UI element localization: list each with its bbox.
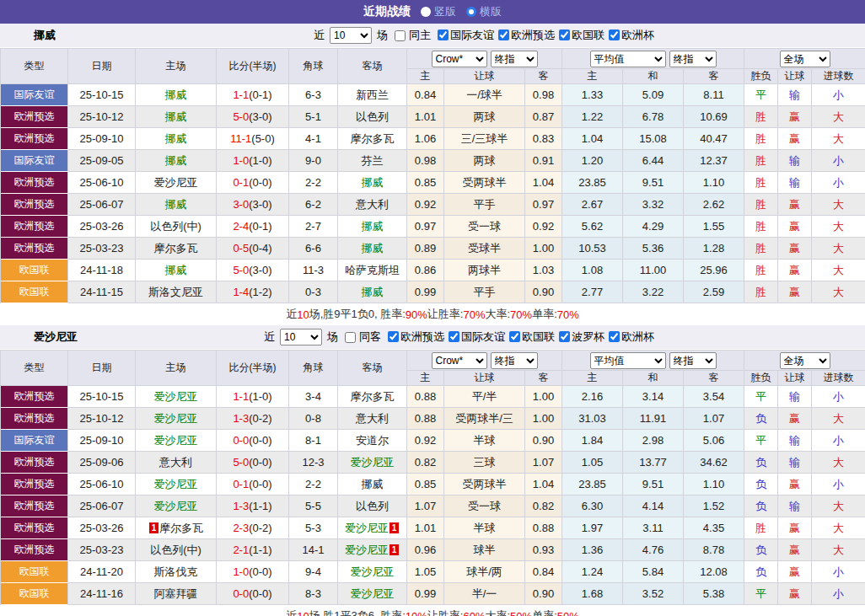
summary-segment: 70% [463, 308, 485, 321]
away-team-name: 挪威 [362, 220, 384, 233]
match-date: 25-10-12 [79, 412, 123, 425]
scope-select[interactable]: 全场 [780, 352, 830, 369]
match-rows-1: 欧洲预选25-10-15爱沙尼亚1-1(1-0)3-4摩尔多瓦0.88平/半1.… [1, 386, 865, 605]
result-goals-cell: 小 [812, 172, 865, 194]
avg-away-odds: 5.38 [703, 587, 724, 600]
result-outcome: 胜 [755, 198, 766, 211]
league-checkbox[interactable] [559, 331, 570, 342]
handicap-home-odds-cell: 0.82 [407, 452, 444, 474]
match-type-cell: 欧洲预选 [1, 238, 68, 260]
match-type-label: 欧国联 [19, 264, 50, 276]
avg-draw-odds-cell: 5.36 [623, 238, 684, 260]
result-goals-cell: 大 [812, 452, 865, 474]
handicap-line: 受一球 [468, 500, 501, 512]
result-outcome-cell: 胜 [744, 238, 778, 260]
average-select[interactable]: 平均值 [590, 352, 666, 369]
away-team-name: 摩尔多瓦 [351, 132, 395, 145]
avg-draw-odds: 11.00 [640, 264, 667, 276]
avg-home-odds: 1.08 [582, 264, 603, 276]
corners-cell: 9-0 [289, 150, 338, 172]
corners-cell: 14-1 [289, 539, 338, 561]
subcol-home-odds: 主 [407, 69, 444, 84]
handicap-line: 平手 [474, 286, 496, 298]
handicap-home-odds-cell: 0.89 [407, 238, 444, 260]
league-checkbox[interactable] [498, 29, 509, 40]
match-row: 欧洲预选25-09-06意大利5-0(0-0)12-3爱沙尼亚0.82三球1.0… [1, 452, 865, 474]
avg-away-odds: 40.47 [700, 132, 728, 145]
match-count-select[interactable]: 10 [280, 329, 322, 345]
average-select[interactable]: 平均值 [590, 51, 666, 67]
avg-draw-odds: 4.76 [642, 544, 664, 556]
odds-final-select[interactable]: 终指 [491, 352, 538, 369]
layout-radio-1[interactable]: 横版 [466, 4, 502, 19]
avg-home-odds-cell: 1.36 [562, 539, 623, 561]
handicap-home-odds-cell: 0.84 [407, 84, 444, 106]
away-team-cell: 摩尔多瓦 [338, 128, 407, 150]
handicap-line: 球半/两 [466, 565, 502, 578]
league-checkbox[interactable] [388, 331, 399, 342]
league-checkbox[interactable] [559, 29, 570, 40]
score-fulltime: 0-1 [233, 478, 249, 490]
average-group-header: 平均值终指 [562, 48, 744, 69]
match-type-cell: 欧国联 [1, 260, 68, 281]
league-checkbox[interactable] [509, 331, 520, 342]
near-label: 近 [314, 28, 325, 43]
result-handicap: 输 [789, 176, 800, 189]
result-handicap: 赢 [789, 522, 800, 534]
result-handicap-cell: 输 [778, 150, 812, 172]
match-date: 25-06-07 [79, 500, 123, 512]
same-venue-checkbox[interactable] [345, 332, 356, 343]
match-row: 欧洲预选25-03-23以色列(中)2-1(1-1)14-1爱沙尼亚10.96球… [1, 539, 865, 561]
avg-away-odds: 1.07 [703, 412, 724, 425]
league-checkbox[interactable] [609, 331, 620, 342]
same-venue-checkbox[interactable] [395, 30, 406, 41]
layout-radio-0[interactable]: 竖版 [421, 4, 456, 19]
handicap-line: 两球 [474, 110, 496, 123]
league-checkbox[interactable] [438, 29, 449, 40]
handicap-away-odds: 1.03 [533, 264, 554, 276]
handicap-away-odds-cell: 0.87 [525, 106, 562, 128]
match-date-cell: 25-10-12 [68, 106, 136, 128]
match-row: 欧洲预选25-03-26以色列(中)2-4(0-1)2-7挪威0.97受一球0.… [1, 216, 865, 238]
result-outcome-cell: 平 [744, 386, 778, 408]
league-filter[interactable]: 欧洲杯 [604, 28, 654, 43]
handicap-away-odds-cell: 0.91 [525, 150, 562, 172]
handicap-home-odds: 0.92 [415, 198, 436, 211]
match-type-cell: 欧洲预选 [1, 106, 68, 128]
league-checkbox[interactable] [449, 331, 459, 342]
league-filter[interactable]: 波罗杯 [555, 329, 604, 345]
avg-home-odds-cell: 1.20 [562, 150, 623, 172]
score-halftime: (1-0) [249, 390, 271, 403]
handicap-home-odds-cell: 0.85 [407, 474, 444, 495]
away-team-cell: 芬兰 [338, 150, 407, 172]
league-filter[interactable]: 欧洲预选 [494, 28, 555, 43]
match-count-select[interactable]: 10 [330, 27, 372, 44]
avg-home-odds: 23.85 [578, 176, 606, 189]
score-halftime: (0-0) [249, 456, 271, 469]
league-filter[interactable]: 欧洲预选 [384, 329, 444, 345]
league-filter[interactable]: 欧洲杯 [604, 329, 654, 345]
average-final-select[interactable]: 终指 [669, 352, 717, 369]
avg-away-odds: 1.10 [703, 478, 724, 490]
handicap-home-odds: 0.85 [415, 478, 436, 490]
score-fulltime: 1-3 [233, 412, 249, 425]
scope-select[interactable]: 全场 [780, 51, 830, 67]
result-outcome-cell: 胜 [744, 216, 778, 238]
away-team-cell: 爱沙尼亚1 [338, 517, 407, 539]
score-fulltime: 0-0 [233, 587, 249, 600]
league-filter[interactable]: 欧国联 [555, 28, 604, 43]
league-filter[interactable]: 欧国联 [505, 329, 555, 345]
away-team-cell: 挪威 [338, 238, 407, 260]
average-final-select[interactable]: 终指 [669, 51, 717, 67]
avg-home-odds-cell: 1.24 [562, 561, 623, 583]
result-goals-cell: 小 [812, 430, 865, 452]
league-filter[interactable]: 国际友谊 [444, 329, 505, 345]
league-filter[interactable]: 国际友谊 [433, 28, 494, 43]
odds-final-select[interactable]: 终指 [491, 51, 538, 67]
league-checkbox[interactable] [609, 29, 620, 40]
odds-source-select[interactable]: Crow* [432, 352, 487, 369]
score-halftime: (0-4) [249, 242, 271, 254]
away-team-cell: 挪威 [338, 474, 407, 495]
handicap-home-odds: 0.92 [415, 434, 436, 447]
odds-source-select[interactable]: Crow* [432, 51, 487, 67]
